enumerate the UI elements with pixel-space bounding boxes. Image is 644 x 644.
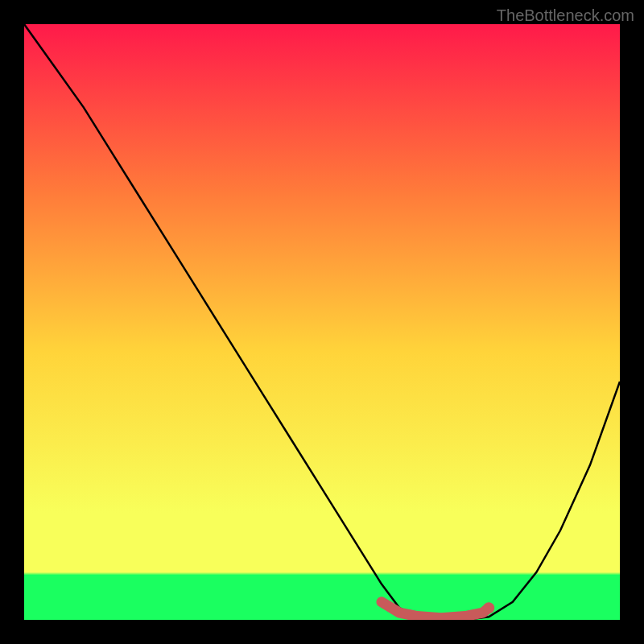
bottleneck-chart [24,24,620,620]
watermark: TheBottleneck.com [497,6,634,25]
chart-svg [24,24,620,620]
gradient-background [24,24,620,620]
optimal-point-marker [483,602,494,613]
